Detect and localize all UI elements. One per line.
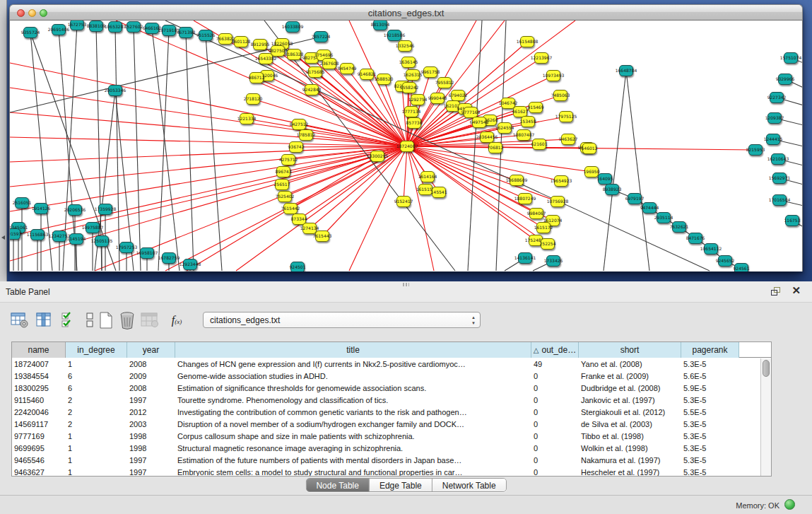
graph-node[interactable]: 18807249 [518,193,532,204]
graph-node[interactable]: 8186328 [287,49,301,60]
collapsed-west-panel[interactable] [0,0,7,281]
graph-node[interactable]: 16543382 [259,53,273,64]
graph-node[interactable]: 8912955 [253,39,267,50]
graph-node[interactable]: 9355724 [23,27,37,38]
table-cell[interactable]: Investigating the contribution of common… [175,407,531,419]
graph-node[interactable]: 7515526 [199,30,213,41]
table-row[interactable]: 1456911722003Disruption of a novel membe… [12,419,760,431]
graph-node[interactable]: 9463627 [561,134,575,145]
graph-node[interactable]: 1558242 [402,82,416,93]
graph-node[interactable]: 391591 [9,228,20,240]
table-cell[interactable]: 1998 [127,443,175,455]
table-cell[interactable]: 0 [531,370,579,382]
graph-node[interactable]: 11156863 [30,229,45,240]
table-cell[interactable]: Embryonic stem cells: a model to study s… [175,467,531,476]
network-window-titlebar[interactable]: citations_edges.txt [9,4,803,21]
table-cell[interactable]: 18724007 [12,358,66,370]
graph-node[interactable]: 9990448 [430,93,445,104]
graph-node[interactable]: 7525402 [278,191,292,202]
graph-node[interactable]: 4671398 [179,27,193,38]
table-cell[interactable]: 19384554 [12,370,66,382]
graph-node[interactable]: 10975887 [86,222,100,233]
table-cell[interactable]: Genome-wide association studies in ADHD. [175,370,531,382]
graph-node[interactable]: 915469 [529,102,543,113]
graph-node[interactable]: 6497548 [472,117,486,128]
graph-node[interactable]: 706812 [488,142,502,153]
graph-node[interactable]: 6979197 [628,193,642,204]
graph-node[interactable]: 8427512 [292,119,306,130]
graph-node[interactable]: 1615172 [536,222,551,233]
graph-node[interactable]: 4275712 [281,154,295,165]
table-cell[interactable]: 6 [66,370,127,382]
graph-node[interactable]: 1588520 [377,74,391,85]
table-cell[interactable]: 5.3E-5 [681,443,739,455]
graph-node[interactable]: 14136141 [518,252,532,264]
graph-node[interactable]: 9961758 [423,66,437,78]
graph-node[interactable]: 1244415 [766,134,780,145]
memory-status-indicator[interactable] [784,499,795,510]
table-row[interactable]: 946362711997Embryonic stem cells: a mode… [12,467,760,476]
table-cell[interactable]: 0 [531,407,579,419]
table-settings-button[interactable] [10,310,30,331]
scrollbar-thumb[interactable] [763,360,770,377]
network-canvas[interactable]: 9355724206914061672753883810910653287152… [9,21,803,271]
table-cell[interactable]: 1997 [127,455,175,467]
graph-node[interactable]: 196950 [584,166,599,177]
tab-network-table[interactable]: Network Table [433,479,506,491]
table-cell[interactable]: 2008 [127,382,175,395]
graph-node[interactable]: 12923448 [183,259,197,270]
table-cell[interactable]: de Silva et al. (2003) [579,419,681,431]
graph-node[interactable]: 7663822 [218,33,233,45]
graph-node[interactable]: 9474444 [642,202,657,214]
graph-node[interactable]: 1785812 [299,129,313,141]
panel-collapse-arrow-icon[interactable] [1,235,5,240]
graph-node[interactable]: 1624554 [498,122,512,134]
float-window-icon[interactable] [771,287,781,296]
graph-node[interactable]: 16210643 [771,153,785,165]
table-cell[interactable]: Tourette syndrome. Phenomenology and cla… [175,395,531,407]
table-cell[interactable]: Tibbo et al. (1998) [579,431,681,443]
graph-node[interactable]: 18300295 [370,151,384,162]
graph-node[interactable]: 1672753 [70,21,84,30]
graph-node[interactable]: 1626315 [406,69,420,81]
graph-node-hub[interactable]: 18724007 [400,141,414,152]
table-cell[interactable]: Corpus callosum shape and size in male p… [175,431,531,443]
graph-node[interactable]: 16782759 [162,252,176,264]
graph-node[interactable]: 7485063 [553,90,567,101]
table-cell[interactable]: Disruption of a novel member of a sodium… [175,419,531,431]
graph-node[interactable]: 10719185 [162,25,176,36]
table-cell[interactable]: 9465546 [12,455,66,467]
graph-node[interactable]: 256517 [275,179,289,190]
table-cell[interactable]: 5.9E-5 [681,382,739,395]
graph-node[interactable]: 8838109 [89,21,103,32]
tab-edge-table[interactable]: Edge Table [370,479,433,491]
graph-node[interactable]: 252254 [541,238,555,250]
graph-node[interactable]: 2935114 [657,212,671,223]
table-cell[interactable]: Stergiakouli et al. (2012) [579,407,681,419]
graph-node[interactable]: 20364456 [480,132,494,143]
graph-node[interactable]: 8813054 [373,21,387,30]
table-cell[interactable]: 9699695 [12,443,66,455]
column-header-title[interactable]: title [175,342,531,358]
table-cell[interactable]: Structural magnetic resonance image aver… [175,443,531,455]
graph-node[interactable]: 1221334 [240,113,254,124]
table-cell[interactable]: Hescheler et al. (1997) [579,467,681,476]
table-cell[interactable]: 5.3E-5 [681,431,739,443]
table-row[interactable]: 1830029562008Estimation of significance … [12,382,760,395]
select-columns-button[interactable] [58,310,78,331]
graph-node[interactable]: 2516051 [15,197,29,209]
graph-node[interactable]: 896743 [276,166,290,177]
table-select-dropdown[interactable]: citations_edges.txt ▲▼ [203,312,481,328]
graph-node[interactable]: 1914126 [34,203,48,214]
table-cell[interactable]: 1 [66,443,127,455]
graph-node[interactable]: 857736 [407,117,421,129]
graph-node[interactable]: 9227342 [770,92,784,103]
graph-node[interactable]: 6794022 [451,90,465,101]
graph-node[interactable]: 12505135 [95,235,109,247]
column-header-out_de[interactable]: △out_de… [531,342,579,358]
graph-node[interactable]: 17957253 [119,242,134,253]
table-cell[interactable]: Estimation of the future numbers of pati… [175,455,531,467]
graph-node[interactable]: 1636145 [401,57,416,68]
graph-node[interactable]: 15692971 [772,173,787,184]
graph-node[interactable]: 7615442 [283,203,298,214]
